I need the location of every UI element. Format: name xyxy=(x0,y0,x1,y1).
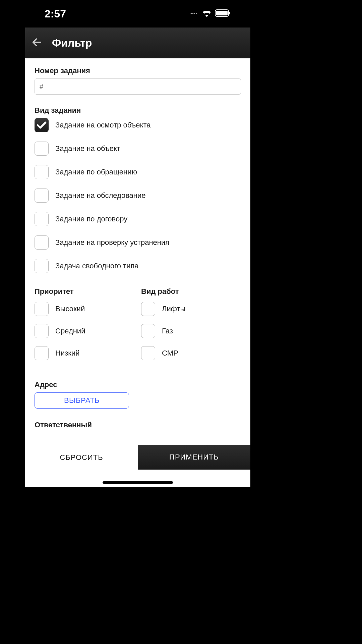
priority-column: Приоритет Высокий Средний Низкий xyxy=(35,287,134,368)
checkbox-icon[interactable] xyxy=(141,346,155,360)
apply-button[interactable]: ПРИМЕНИТЬ xyxy=(138,445,250,470)
task-type-item[interactable]: Задание по обращению xyxy=(35,165,241,179)
checkbox-icon[interactable] xyxy=(35,142,49,156)
task-type-item[interactable]: Задание на объект xyxy=(35,142,241,156)
task-type-item[interactable]: Задание на проверку устранения xyxy=(35,235,241,250)
reset-button[interactable]: СБРОСИТЬ xyxy=(25,445,138,470)
content-area: Номер задания Вид задания Задание на осм… xyxy=(25,58,250,445)
checkbox-icon[interactable] xyxy=(35,259,49,273)
task-type-item-label: Задание на обследование xyxy=(55,191,145,200)
checkbox-icon[interactable] xyxy=(141,324,155,338)
priority-item-label: Средний xyxy=(55,327,85,335)
checkbox-checked-icon[interactable] xyxy=(35,118,49,132)
device-frame: 2:57 •••• Фильтр Номер задания Вид задан… xyxy=(25,0,250,487)
checkbox-icon[interactable] xyxy=(35,235,49,250)
work-type-item-label: СМР xyxy=(162,349,178,358)
task-type-label: Вид задания xyxy=(35,106,241,115)
bottom-bar: СБРОСИТЬ ПРИМЕНИТЬ xyxy=(25,445,250,470)
status-icons: •••• xyxy=(190,9,231,18)
responsible-section: Ответственный xyxy=(35,421,241,435)
wifi-icon xyxy=(201,9,212,18)
priority-item[interactable]: Низкий xyxy=(35,346,134,360)
checkbox-icon[interactable] xyxy=(35,346,49,360)
home-indicator xyxy=(103,481,173,484)
address-select-button[interactable]: ВЫБРАТЬ xyxy=(35,392,129,409)
home-indicator-area xyxy=(25,470,250,487)
checkbox-icon[interactable] xyxy=(141,302,155,316)
checkbox-icon[interactable] xyxy=(35,324,49,338)
task-type-item-label: Задание по обращению xyxy=(55,168,137,176)
task-type-item[interactable]: Задание по договору xyxy=(35,212,241,226)
checkbox-icon[interactable] xyxy=(35,165,49,179)
back-arrow-icon[interactable] xyxy=(31,37,43,49)
checkbox-icon[interactable] xyxy=(35,189,49,203)
address-section: Адрес ВЫБРАТЬ xyxy=(35,380,241,409)
work-type-item[interactable]: СМР xyxy=(141,346,241,360)
task-type-item-label: Задание на объект xyxy=(55,144,120,153)
svg-rect-1 xyxy=(216,11,228,15)
priority-label: Приоритет xyxy=(35,287,134,296)
task-type-item-label: Задание на проверку устранения xyxy=(55,238,169,247)
app-header: Фильтр xyxy=(25,28,250,58)
work-type-item[interactable]: Газ xyxy=(141,324,241,338)
work-type-item[interactable]: Лифты xyxy=(141,302,241,316)
priority-item-label: Низкий xyxy=(55,349,79,358)
priority-item[interactable]: Средний xyxy=(35,324,134,338)
cellular-dots-icon: •••• xyxy=(190,11,197,16)
task-type-item[interactable]: Задача свободного типа xyxy=(35,259,241,273)
work-type-label: Вид работ xyxy=(141,287,241,296)
task-type-item-label: Задание по договору xyxy=(55,215,127,223)
work-type-item-label: Газ xyxy=(162,327,173,335)
work-type-item-label: Лифты xyxy=(162,305,185,313)
checkbox-icon[interactable] xyxy=(35,302,49,316)
task-number-label: Номер задания xyxy=(35,66,241,75)
work-type-column: Вид работ Лифты Газ СМР xyxy=(141,287,241,368)
status-bar: 2:57 •••• xyxy=(25,0,250,28)
page-title: Фильтр xyxy=(52,37,92,49)
task-number-input[interactable] xyxy=(35,78,241,95)
task-type-item[interactable]: Задание на осмотр объекта xyxy=(35,118,241,132)
status-time: 2:57 xyxy=(45,8,66,20)
task-type-item[interactable]: Задание на обследование xyxy=(35,189,241,203)
task-type-item-label: Задача свободного типа xyxy=(55,262,139,270)
responsible-label: Ответственный xyxy=(35,421,241,429)
svg-rect-2 xyxy=(229,12,230,14)
priority-item[interactable]: Высокий xyxy=(35,302,134,316)
priority-item-label: Высокий xyxy=(55,305,85,313)
battery-icon xyxy=(215,9,231,18)
checkbox-icon[interactable] xyxy=(35,212,49,226)
address-label: Адрес xyxy=(35,380,241,389)
task-type-item-label: Задание на осмотр объекта xyxy=(55,121,150,129)
